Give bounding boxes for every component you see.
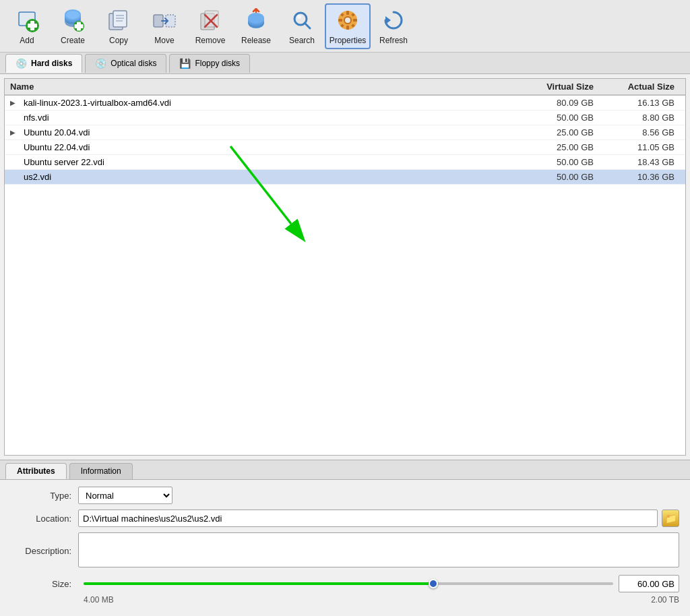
copy-icon (106, 7, 131, 33)
search-icon (289, 7, 315, 33)
hard-disk-icon: 💿 (15, 58, 27, 69)
copy-button[interactable]: Copy (96, 3, 142, 49)
table-row[interactable]: Ubuntu 22.04.vdi 25.00 GB 11.05 GB (5, 140, 685, 155)
disk-name: kali-linux-2023.1-virtualbox-amd64.vdi (24, 98, 171, 108)
location-label: Location: (11, 514, 78, 524)
slider-fill (84, 582, 433, 585)
move-button[interactable]: Move (142, 3, 187, 49)
bottom-panel: Attributes Information Type: Normal Immu… (0, 460, 690, 616)
add-label: Add (20, 36, 34, 45)
tab-attributes[interactable]: Attributes (5, 463, 67, 479)
table-row[interactable]: ▶ Ubuntu 20.04.vdi 25.00 GB 8.56 GB (5, 125, 685, 140)
refresh-button[interactable]: Refresh (371, 3, 416, 49)
type-label: Type: (11, 491, 78, 501)
size-label: Size: (11, 579, 78, 589)
actual-size: 11.05 GB (599, 142, 680, 152)
description-row: Description: (11, 532, 679, 569)
disk-table: Name Virtual Size Actual Size ▶ kali-lin… (4, 78, 686, 456)
expand-icon: ▶ (10, 99, 21, 106)
virtual-size: 80.09 GB (518, 98, 599, 108)
disk-name: Ubuntu server 22.vdi (24, 157, 104, 167)
column-virtual-size: Virtual Size (518, 82, 599, 92)
move-icon (152, 7, 177, 33)
table-row[interactable]: Ubuntu server 22.vdi 50.00 GB 18.43 GB (5, 155, 685, 170)
actual-size: 16.13 GB (599, 98, 680, 108)
tab-floppy-disks[interactable]: 💾 Floppy disks (169, 54, 250, 73)
tab-hard-disks[interactable]: 💿 Hard disks (5, 54, 82, 73)
svg-point-28 (297, 15, 301, 19)
copy-label: Copy (109, 36, 128, 45)
tab-optical-disks[interactable]: 💿 Optical disks (85, 54, 166, 73)
remove-icon (197, 7, 223, 33)
svg-line-27 (305, 23, 310, 28)
description-textarea[interactable] (78, 532, 679, 567)
remove-button[interactable]: Remove (187, 3, 233, 49)
type-control: Normal Immutable Writethrough Shareable (78, 487, 679, 504)
folder-icon: 📁 (665, 513, 677, 524)
svg-rect-34 (353, 19, 357, 22)
table-row-selected[interactable]: us2.vdi 50.00 GB 10.36 GB (5, 170, 685, 185)
expand-icon (10, 173, 21, 181)
size-limits: 4.00 MB 2.00 TB (11, 595, 679, 605)
release-icon (243, 7, 269, 33)
tab-information[interactable]: Information (69, 463, 133, 479)
disk-name: Ubuntu 20.04.vdi (24, 127, 90, 137)
move-label: Move (154, 36, 174, 45)
size-slider-container (84, 576, 613, 592)
size-max: 2.00 TB (651, 595, 679, 605)
type-row: Type: Normal Immutable Writethrough Shar… (11, 487, 679, 504)
create-button[interactable]: Create (50, 3, 96, 49)
floppy-disks-label: Floppy disks (195, 59, 240, 68)
description-control (78, 532, 679, 569)
svg-rect-3 (28, 24, 37, 28)
virtual-size: 50.00 GB (518, 113, 599, 123)
expand-icon: ▶ (10, 129, 21, 136)
slider-thumb[interactable] (429, 579, 438, 588)
svg-rect-13 (113, 11, 127, 27)
svg-point-39 (345, 18, 350, 23)
optical-disks-label: Optical disks (111, 59, 156, 68)
type-select[interactable]: Normal Immutable Writethrough Shareable (78, 487, 172, 504)
properties-button[interactable]: Properties (325, 3, 371, 49)
remove-label: Remove (195, 36, 226, 45)
expand-icon (10, 144, 21, 151)
attributes-panel: Type: Normal Immutable Writethrough Shar… (0, 480, 690, 616)
properties-label: Properties (330, 36, 367, 45)
location-row: Location: 📁 (11, 510, 679, 527)
svg-point-8 (66, 11, 80, 19)
virtual-size: 25.00 GB (518, 142, 599, 152)
disk-name: us2.vdi (24, 172, 51, 182)
size-min: 4.00 MB (84, 595, 114, 605)
expand-icon (10, 158, 21, 166)
virtual-size: 50.00 GB (518, 157, 599, 167)
table-row[interactable]: ▶ kali-linux-2023.1-virtualbox-amd64.vdi… (5, 96, 685, 111)
table-row[interactable]: nfs.vdi 50.00 GB 8.80 GB (5, 111, 685, 125)
add-icon (14, 7, 40, 33)
floppy-disk-icon: 💾 (179, 58, 191, 69)
optical-disk-icon: 💿 (95, 58, 106, 69)
slider-track (84, 582, 613, 585)
actual-size: 18.43 GB (599, 157, 680, 167)
table-header: Name Virtual Size Actual Size (5, 79, 685, 96)
browse-button[interactable]: 📁 (662, 510, 679, 527)
actual-size: 10.36 GB (599, 172, 680, 182)
search-label: Search (289, 36, 315, 45)
add-button[interactable]: Add (4, 3, 50, 49)
hard-disks-label: Hard disks (31, 59, 72, 68)
create-icon (60, 7, 86, 33)
toolbar: Add Create Copy (0, 0, 690, 53)
svg-point-25 (248, 13, 264, 24)
properties-icon (335, 7, 360, 33)
disk-name: nfs.vdi (24, 113, 49, 123)
refresh-icon (381, 7, 406, 33)
virtual-size: 25.00 GB (518, 127, 599, 137)
svg-rect-11 (75, 24, 84, 28)
location-input[interactable] (78, 510, 658, 527)
release-button[interactable]: Release (233, 3, 279, 49)
svg-rect-33 (338, 19, 342, 22)
size-input[interactable] (619, 575, 679, 592)
column-name: Name (10, 82, 518, 92)
search-button[interactable]: Search (279, 3, 325, 49)
disk-name: Ubuntu 22.04.vdi (24, 142, 90, 152)
create-label: Create (61, 36, 85, 45)
